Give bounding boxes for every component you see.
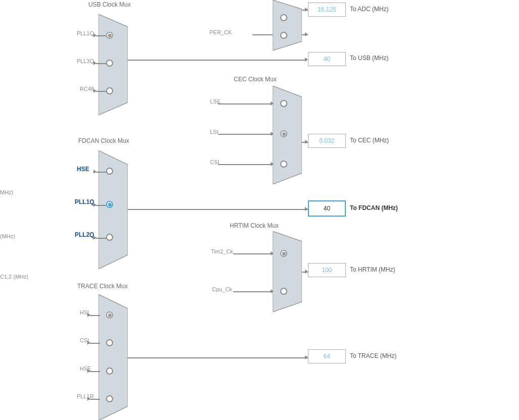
hrtim-line-cpuck [233,291,273,292]
svg-marker-5 [98,294,128,420]
cec-input-lsi: LSI [210,129,219,135]
trace-mux-radio-0[interactable] [106,311,113,319]
usb-line-pll1q [96,35,106,36]
trace-clock-mux-title: TRACE Clock Mux [77,283,128,290]
fdcan-out-value: 40 [324,205,330,212]
usb-mux-radio-0[interactable] [106,32,113,39]
fdcan-out-box[interactable]: 40 [308,200,346,217]
cec-out-box[interactable]: 0.032 [308,134,346,148]
fdcan-mux-out-line [128,209,308,210]
svg-marker-2 [273,86,302,184]
usb-out-box[interactable]: 40 [308,52,346,66]
usb-clock-mux-title: USB Clock Mux [88,1,131,8]
cec-line-csi [218,164,273,165]
cec-mux-radio-0[interactable] [280,100,287,107]
clock-diagram: USB Clock Mux PLL1Q PLL3Q RC48 40 To USB… [0,0,519,420]
svg-marker-1 [273,0,302,50]
cec-arrow-lse [271,101,274,106]
fdcan-input-hse: HSE [77,166,89,173]
cec-clock-mux-title: CEC Clock Mux [234,76,277,83]
usb-mux-shape [98,14,128,115]
usb-arrow-pll3q [93,61,96,65]
hrtim-input-cpuck: Cpu_Ck [212,286,232,292]
left-mhz-label-2: (MHz) [0,233,15,239]
trace-mux-out-line [128,357,308,358]
usb-line-rc48 [96,91,106,92]
usb-input-rc48: RC48 [80,86,94,92]
cec-mux-radio-2[interactable] [280,161,287,168]
hrtim-out-label: To HRTIM (MHz) [350,266,395,273]
svg-marker-0 [98,14,128,115]
cec-out-value: 0.032 [319,137,334,144]
fdcan-mux-radio-0[interactable] [106,168,113,175]
fdcan-mux-radio-1[interactable] [106,201,113,208]
usb-out-label: To USB (MHz) [350,55,389,62]
fdcan-arrow-pll2q [93,236,96,240]
trace-out-box[interactable]: 64 [308,349,346,363]
cec-arrow-csi [271,162,274,166]
fdcan-clock-mux-title: FDCAN Clock Mux [78,137,129,144]
fdcan-arrow-pll1q [93,203,96,207]
fdcan-mux-shape [98,150,128,269]
hrtim-input-tim2ck: Tim2_Ck [211,248,233,254]
per-ck-label: PER_CK [210,29,232,35]
adc-out-arrow [305,8,308,12]
usb-mux-radio-2[interactable] [106,87,113,94]
trace-mux-shape [98,294,128,420]
cec-mux-shape [273,86,302,184]
usb-arrow-pll1q [93,33,96,37]
fdcan-input-pll2q: PLL2Q [75,231,94,238]
fdcan-line-pll1q [96,205,106,206]
usb-input-pll3q: PLL3Q [77,58,94,64]
usb-mux-out-line [128,60,307,61]
cec-arrow-lsi [271,132,274,136]
fdcan-line-hse [96,172,106,173]
per-ck-arrow [305,32,308,36]
adc-out-box[interactable]: 16.125 [308,3,346,17]
hrtim-out-value: 100 [322,267,332,274]
trace-out-label: To TRACE (MHz) [350,352,396,359]
hrtim-clock-mux-title: HRTIM Clock Mux [230,222,279,229]
top-right-mux-radio-0[interactable] [280,14,287,21]
adc-out-label: To ADC (MHz) [350,6,389,13]
trace-line-pll1r [90,399,100,400]
usb-out-value: 40 [324,56,330,63]
hrtim-out-box[interactable]: 100 [308,263,346,277]
hrtim-arrow-cpuck [271,289,274,293]
cec-out-label: To CEC (MHz) [350,137,389,144]
fdcan-input-pll1q: PLL1Q [75,198,94,205]
top-right-mux-shape [273,0,302,50]
trace-arrow-csi [87,341,90,345]
hrtim-mux-radio-1[interactable] [280,288,287,295]
fdcan-mux-radio-2[interactable] [106,234,113,241]
fdcan-arrow-hse [93,170,96,174]
fdcan-out-label: To FDCAN (MHz) [350,204,398,212]
trace-line-csi [90,343,100,344]
cec-line-lse [218,103,273,104]
hrtim-mux-shape [273,231,302,312]
hrtim-line-tim2ck [233,253,273,254]
left-c12-label: C1,2 (MHz) [0,274,28,280]
trace-line-hsi [90,315,100,316]
cec-mux-radio-1[interactable] [280,130,287,137]
usb-arrow-rc48 [93,89,96,93]
trace-mux-radio-1[interactable] [106,339,113,346]
svg-marker-4 [273,231,302,312]
trace-mux-radio-2[interactable] [106,368,113,375]
hrtim-arrow-tim2ck [271,251,274,255]
left-mhz-label-1: MHz) [0,189,13,195]
trace-arrow-pll1r [87,397,90,401]
trace-arrow-hse [87,369,90,373]
usb-input-pll1q: PLL1Q [77,30,94,36]
trace-mux-radio-3[interactable] [106,395,113,402]
trace-out-value: 64 [324,353,330,360]
usb-line-pll3q [96,63,106,64]
trace-arrow-hsi [87,313,90,317]
svg-marker-3 [98,150,128,269]
hrtim-mux-radio-0[interactable] [280,250,287,257]
top-right-mux-radio-1[interactable] [280,32,287,39]
adc-out-value: 16.125 [318,6,336,13]
usb-mux-radio-1[interactable] [106,60,113,67]
cec-line-lsi [218,134,273,135]
trace-line-hse [90,371,100,372]
